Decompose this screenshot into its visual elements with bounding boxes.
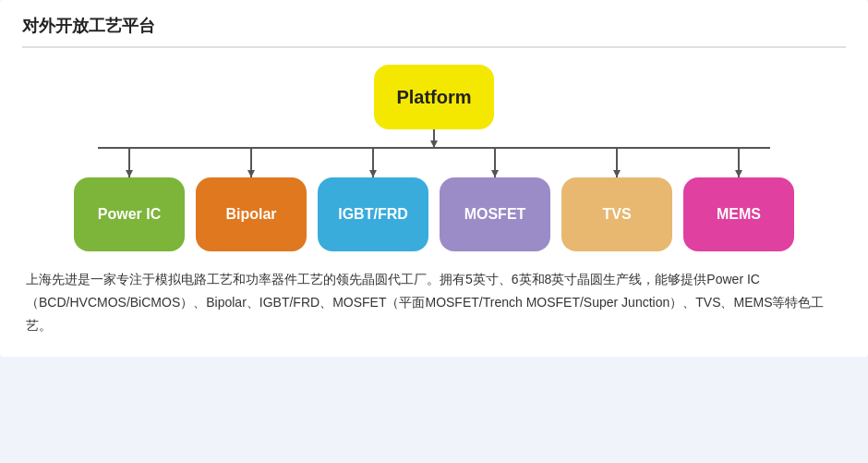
mosfet-label: MOSFET <box>464 206 526 223</box>
main-card: 对外开放工艺平台 Platform <box>0 0 868 357</box>
description: 上海先进是一家专注于模拟电路工艺和功率器件工艺的领先晶圆代工厂。拥有5英寸、6英… <box>22 268 846 338</box>
child-tvs: TVS <box>561 177 672 251</box>
page-container: 对外开放工艺平台 Platform <box>0 0 868 463</box>
svg-marker-10 <box>369 170 377 177</box>
svg-marker-12 <box>613 170 621 177</box>
power-ic-label: Power IC <box>98 206 161 223</box>
svg-marker-9 <box>247 170 255 177</box>
children-row: Power IC Bipolar IGBT/FRD MOSFET TVS MEM… <box>22 177 846 251</box>
svg-marker-14 <box>430 140 438 148</box>
child-mosfet: MOSFET <box>440 177 550 251</box>
child-mems: MEMS <box>683 177 794 251</box>
connector-svg <box>22 129 846 177</box>
platform-label: Platform <box>396 87 471 108</box>
platform-box: Platform <box>374 65 494 129</box>
igbt-label: IGBT/FRD <box>338 206 408 223</box>
child-igbt: IGBT/FRD <box>318 177 428 251</box>
section-title: 对外开放工艺平台 <box>22 15 846 48</box>
child-power-ic: Power IC <box>74 177 185 251</box>
tvs-label: TVS <box>602 206 631 223</box>
svg-marker-13 <box>735 170 742 177</box>
svg-marker-11 <box>491 170 499 177</box>
svg-marker-8 <box>126 170 133 177</box>
diagram-area: Platform <box>22 65 846 251</box>
mems-label: MEMS <box>717 206 761 223</box>
child-bipolar: Bipolar <box>196 177 307 251</box>
bipolar-label: Bipolar <box>225 206 276 223</box>
